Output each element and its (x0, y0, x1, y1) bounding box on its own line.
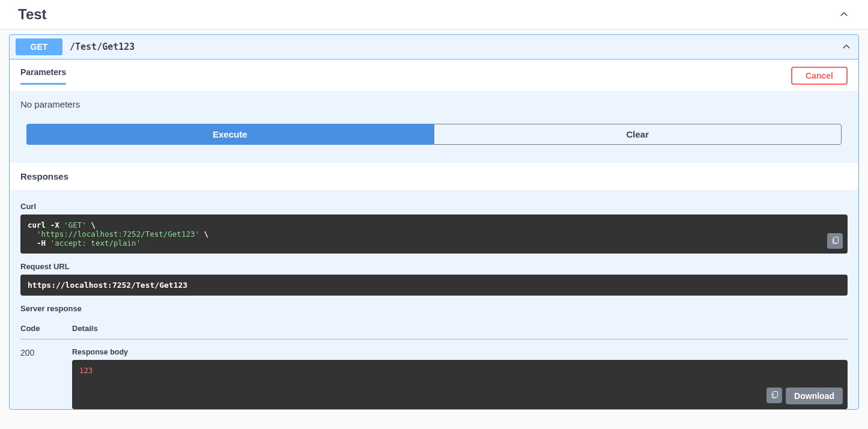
http-method-badge: GET (16, 38, 62, 55)
response-body-label: Response body (72, 348, 848, 356)
cancel-button[interactable]: Cancel (791, 67, 848, 85)
curl-header: 'accept: text/plain' (50, 239, 141, 248)
download-button[interactable]: Download (786, 388, 843, 404)
response-body-block: 123 Download (72, 360, 848, 409)
response-table: Code Details 200 Response body 123 (20, 318, 848, 409)
curl-url: 'https://localhost:7252/Test/Get123' (37, 230, 199, 239)
response-body-value: 123 (79, 366, 93, 375)
parameters-body: No parameters (10, 91, 858, 109)
curl-method: 'GET' (64, 221, 86, 230)
tag-title: Test (18, 6, 47, 23)
clear-button[interactable]: Clear (434, 124, 842, 145)
tag-header[interactable]: Test (0, 0, 868, 29)
curl-h: -H (37, 239, 50, 248)
request-url-block: https://localhost:7252/Test/Get123 (20, 275, 848, 296)
curl-cmd: curl -X (28, 221, 64, 230)
server-response-label: Server response (20, 304, 848, 313)
parameters-section-header: Parameters Cancel (10, 59, 858, 91)
operation-block: GET /Test/Get123 Parameters Cancel No pa… (9, 34, 859, 410)
responses-header: Responses (10, 163, 858, 190)
curl-slash1: \ (86, 221, 96, 230)
curl-label: Curl (20, 202, 848, 211)
parameters-tab[interactable]: Parameters (20, 67, 66, 85)
curl-slash2: \ (199, 230, 208, 239)
operation-path: /Test/Get123 (70, 41, 840, 52)
no-parameters-text: No parameters (20, 99, 848, 109)
request-url-label: Request URL (20, 262, 848, 271)
copy-button[interactable] (766, 388, 782, 403)
chevron-up-icon[interactable] (838, 8, 850, 20)
execute-button[interactable]: Execute (26, 124, 434, 145)
status-code: 200 (20, 339, 72, 410)
response-row: 200 Response body 123 Down (20, 339, 848, 410)
responses-body: Curl curl -X 'GET' \ 'https://localhost:… (10, 190, 858, 409)
operation-summary[interactable]: GET /Test/Get123 (10, 35, 858, 59)
action-button-row: Execute Clear (10, 109, 858, 163)
chevron-up-icon[interactable] (840, 41, 852, 53)
clipboard-icon (831, 236, 840, 246)
clipboard-icon (770, 390, 779, 401)
curl-block: curl -X 'GET' \ 'https://localhost:7252/… (20, 214, 848, 254)
col-details-header: Details (72, 318, 848, 339)
response-actions: Download (766, 388, 843, 404)
copy-button[interactable] (827, 233, 843, 249)
svg-rect-1 (773, 392, 778, 398)
col-code-header: Code (20, 318, 72, 339)
svg-rect-0 (834, 237, 839, 243)
